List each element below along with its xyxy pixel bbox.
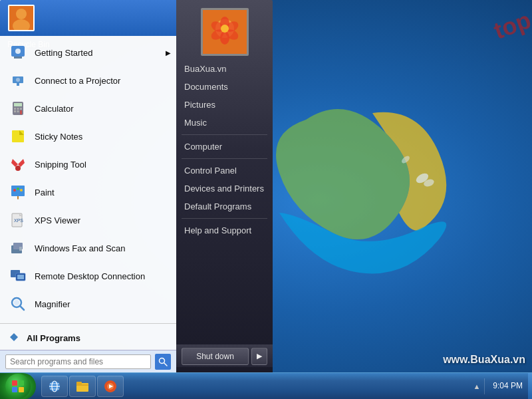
taskbar-clock[interactable]: 9:04 PM (487, 380, 528, 392)
control-panel-label: Control Panel (184, 166, 237, 176)
magnifier-label: Magnifier (35, 299, 70, 309)
right-menu-control-panel[interactable]: Control Panel (176, 162, 273, 180)
connect-projector-label: Connect to a Projector (35, 76, 120, 86)
buaxua-label: BuaXua.vn (184, 64, 227, 74)
svg-point-30 (17, 188, 19, 190)
svg-text:XPS: XPS (14, 218, 23, 223)
magnifier-icon (8, 294, 28, 314)
watermark-label: www.BuaXua.vn (443, 354, 525, 365)
svg-point-29 (13, 189, 16, 192)
right-user-icon[interactable] (201, 8, 249, 56)
menu-item-windows-fax[interactable]: Windows Fax and Scan (0, 234, 176, 262)
shutdown-button[interactable]: Shut down (182, 348, 249, 365)
svg-marker-43 (10, 333, 18, 341)
shutdown-label: Shut down (196, 352, 234, 361)
svg-point-10 (16, 9, 27, 19)
svg-rect-13 (14, 57, 22, 59)
explorer-icon (75, 379, 90, 394)
menu-item-snipping-tool[interactable]: Snipping Tool (0, 150, 176, 178)
svg-rect-57 (12, 387, 17, 392)
clock-time: 9:04 PM (493, 380, 523, 392)
start-menu-left-panel: Getting Started ▶ Connect to a Projector… (0, 0, 176, 372)
start-orb (5, 374, 31, 399)
right-menu-devices-printers[interactable]: Devices and Printers (176, 180, 273, 198)
search-button[interactable] (155, 354, 171, 370)
menu-item-paint[interactable]: Paint (0, 178, 176, 206)
calculator-label: Calculator (35, 104, 74, 114)
svg-point-54 (221, 25, 229, 33)
media-player-icon (103, 379, 118, 394)
right-menu-computer[interactable]: Computer (176, 138, 273, 156)
menu-item-calculator[interactable]: Calculator (0, 94, 176, 122)
all-programs-icon (8, 331, 20, 345)
svg-rect-55 (12, 380, 17, 386)
menu-item-sticky-notes[interactable]: Sticky Notes (0, 122, 176, 150)
sticky-notes-label: Sticky Notes (35, 132, 82, 142)
getting-started-label: Getting Started (35, 48, 92, 58)
right-menu-pictures[interactable]: Pictures (176, 96, 273, 114)
svg-rect-17 (17, 83, 19, 86)
start-button[interactable] (0, 373, 36, 400)
svg-point-27 (15, 166, 21, 171)
right-menu-documents[interactable]: Documents (176, 78, 273, 96)
svg-rect-28 (11, 186, 25, 196)
svg-rect-24 (17, 110, 19, 112)
remote-desktop-label: Remote Desktop Connection (35, 271, 145, 281)
calculator-icon (8, 98, 28, 118)
right-menu-default-programs[interactable]: Default Programs (176, 198, 273, 215)
default-programs-label: Default Programs (184, 201, 251, 211)
menu-item-getting-started[interactable]: Getting Started ▶ (0, 39, 176, 66)
menu-item-remote-desktop[interactable]: Remote Desktop Connection (0, 262, 176, 290)
svg-rect-39 (17, 275, 24, 279)
systray-icons[interactable]: ▲ (470, 382, 483, 390)
xps-viewer-label: XPS Viewer (35, 215, 80, 225)
paint-label: Paint (35, 188, 55, 198)
menu-items-list: Getting Started ▶ Connect to a Projector… (0, 36, 176, 321)
menu-item-xps-viewer[interactable]: XPS XPS Viewer (0, 206, 176, 234)
start-menu-header (0, 0, 176, 36)
taskbar-items (39, 373, 467, 399)
svg-point-16 (16, 78, 20, 82)
taskbar-explorer-button[interactable] (69, 376, 96, 397)
taskbar-media-button[interactable] (97, 376, 124, 397)
system-tray: ▲ (467, 378, 487, 394)
right-separator-1 (182, 134, 267, 135)
right-menu-help-support[interactable]: Help and Support (176, 221, 273, 239)
svg-rect-25 (20, 110, 22, 114)
getting-started-arrow: ▶ (166, 49, 171, 57)
desktop: top Recycle Bin (0, 0, 532, 399)
shutdown-arrow-button[interactable]: ▶ (251, 348, 267, 365)
search-input[interactable] (5, 354, 151, 369)
menu-item-connect-projector[interactable]: Connect to a Projector (0, 66, 176, 94)
show-desktop-button[interactable] (528, 373, 532, 400)
snipping-tool-label: Snipping Tool (35, 160, 86, 170)
all-programs-item[interactable]: All Programs (0, 327, 176, 350)
svg-point-31 (20, 189, 23, 192)
diagonal-watermark: top (490, 7, 532, 44)
windows-fax-label: Windows Fax and Scan (35, 243, 126, 253)
svg-line-45 (164, 363, 167, 366)
remote-desktop-icon (8, 266, 28, 286)
right-separator-3 (182, 218, 267, 219)
user-avatar (8, 5, 35, 31)
start-menu-right-panel: BuaXua.vn Documents Pictures Music Compu… (176, 0, 273, 372)
windows-fax-icon (8, 238, 28, 258)
all-programs-label: All Programs (27, 333, 80, 343)
search-bar (0, 350, 176, 372)
right-menu-buaxua[interactable]: BuaXua.vn (176, 60, 273, 78)
documents-label: Documents (184, 82, 228, 92)
svg-rect-21 (17, 108, 19, 110)
getting-started-icon (8, 43, 28, 63)
sticky-notes-icon (8, 126, 28, 146)
taskbar-ie-button[interactable] (41, 376, 68, 397)
svg-rect-56 (19, 380, 24, 386)
svg-rect-19 (14, 103, 22, 106)
right-menu-music[interactable]: Music (176, 114, 273, 132)
svg-point-41 (14, 300, 19, 305)
right-separator-2 (182, 158, 267, 159)
devices-printers-label: Devices and Printers (184, 184, 264, 194)
svg-rect-20 (14, 108, 16, 110)
paint-icon (8, 182, 28, 202)
menu-item-magnifier[interactable]: Magnifier (0, 290, 176, 318)
shutdown-arrow-icon: ▶ (257, 352, 262, 360)
